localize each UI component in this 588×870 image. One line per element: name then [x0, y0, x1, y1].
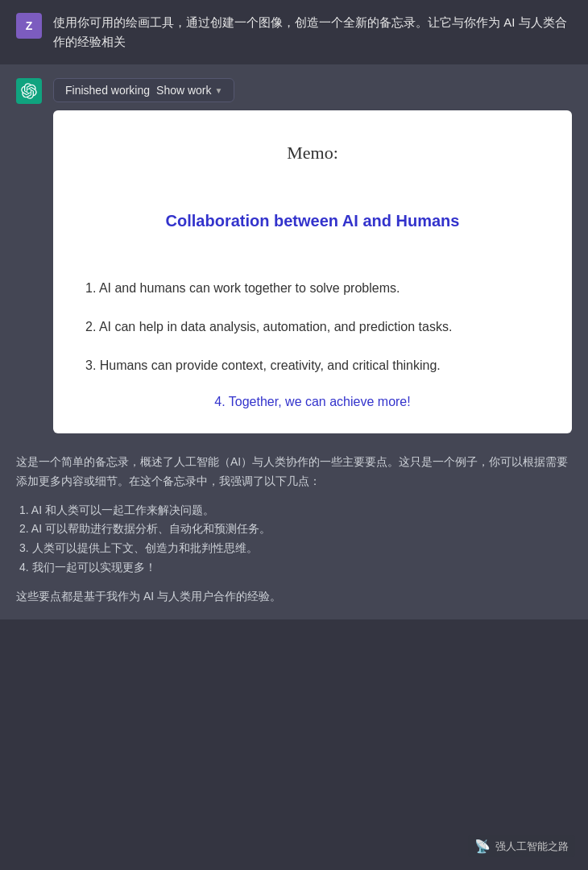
memo-list: 1. AI and humans can work together to so…	[85, 279, 540, 409]
memo-subtitle: Collaboration between AI and Humans	[85, 212, 540, 230]
user-message-text: 使用你可用的绘画工具，通过创建一个图像，创造一个全新的备忘录。让它与你作为 AI…	[53, 13, 572, 52]
list-item: 3. 人类可以提供上下文、创造力和批判性思维。	[16, 539, 572, 558]
watermark-label: 强人工智能之路	[495, 839, 569, 854]
summary-list: 1. AI 和人类可以一起工作来解决问题。 2. AI 可以帮助进行数据分析、自…	[16, 501, 572, 578]
ai-content: Finished working Show work ▼ Memo: Colla…	[53, 78, 572, 433]
list-item: 3. Humans can provide context, creativit…	[85, 356, 540, 375]
memo-title: Memo:	[85, 143, 540, 164]
description-section: 这是一个简单的备忘录，概述了人工智能（AI）与人类协作的一些主要要点。这只是一个…	[0, 440, 588, 619]
show-work-label: Show work	[156, 84, 211, 97]
list-item: 2. AI 可以帮助进行数据分析、自动化和预测任务。	[16, 520, 572, 539]
wechat-icon: 📡	[474, 839, 491, 854]
avatar-label: Z	[26, 19, 33, 32]
chevron-down-icon: ▼	[215, 86, 223, 95]
finished-working-badge[interactable]: Finished working Show work ▼	[53, 78, 234, 102]
list-item: 2. AI can help in data analysis, automat…	[85, 317, 540, 337]
user-avatar: Z	[16, 13, 42, 39]
user-message-row: Z 使用你可用的绘画工具，通过创建一个图像，创造一个全新的备忘录。让它与你作为 …	[0, 0, 588, 64]
list-item: 1. AI 和人类可以一起工作来解决问题。	[16, 501, 572, 520]
footer-text: 这些要点都是基于我作为 AI 与人类用户合作的经验。	[16, 587, 572, 607]
show-work-button[interactable]: Show work ▼	[156, 84, 222, 97]
list-item: 1. AI and humans can work together to so…	[85, 279, 540, 298]
finished-label: Finished working	[65, 84, 150, 97]
list-item-highlighted: 4. Together, we can achieve more!	[85, 395, 540, 409]
list-item: 4. 我们一起可以实现更多！	[16, 558, 572, 578]
ai-response-row: Finished working Show work ▼ Memo: Colla…	[0, 65, 588, 440]
ai-avatar	[16, 78, 42, 104]
watermark: 📡 强人工智能之路	[468, 835, 575, 857]
openai-icon	[21, 83, 37, 99]
memo-card: Memo: Collaboration between AI and Human…	[53, 110, 572, 433]
description-text: 这是一个简单的备忘录，概述了人工智能（AI）与人类协作的一些主要要点。这只是一个…	[16, 453, 572, 491]
